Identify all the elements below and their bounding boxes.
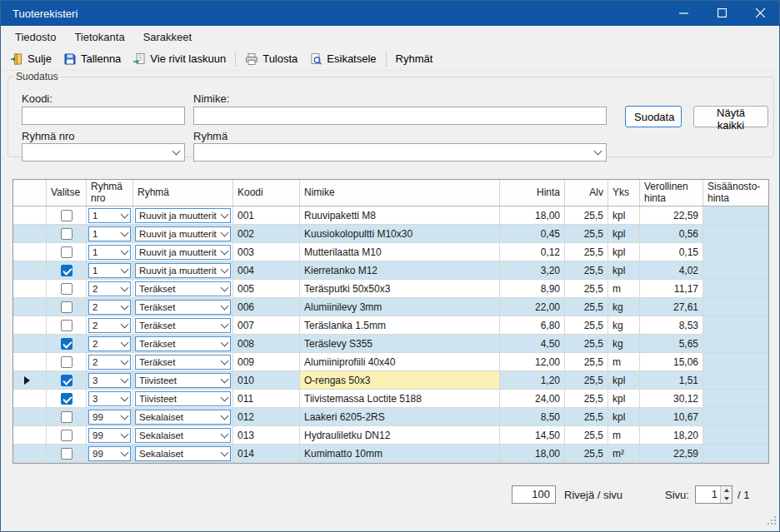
cell-koodi[interactable]: 011 [233,390,300,408]
combo-cell[interactable]: 99 [87,426,133,445]
column-header-ryhma-nro[interactable]: Ryhmä nro [87,180,133,206]
stepper-up-button[interactable] [721,486,732,495]
group-number-select[interactable]: 2 [88,355,131,370]
cell-verollinen-hinta[interactable]: 4,02 [640,261,703,280]
cell-hinta[interactable]: 1,20 [500,371,565,390]
combo-cell[interactable]: Sekalaiset [133,426,233,445]
cell-alv[interactable]: 25,5 [565,335,608,353]
cell-yks[interactable]: m² [608,445,640,463]
cell-koodi[interactable]: 013 [233,426,300,445]
maximize-button[interactable] [702,1,741,26]
cell-yks[interactable]: kpl [608,371,640,390]
row-checkbox[interactable] [61,228,72,240]
group-select[interactable]: Tiivisteet [135,373,231,388]
group-select[interactable]: Teräkset [135,336,231,351]
checkbox-cell[interactable] [47,298,87,316]
group-select[interactable]: Ruuvit ja muutterit [135,245,231,260]
row-selector[interactable] [13,390,47,408]
cell-nimike[interactable]: Ruuvipaketti M8 [300,206,500,225]
cell-sisaanosto-hinta[interactable] [703,426,769,445]
row-checkbox[interactable] [61,448,72,460]
row-checkbox[interactable] [61,246,72,258]
row-checkbox[interactable] [61,301,72,313]
row-selector[interactable] [13,261,47,280]
cell-yks[interactable]: kg [608,298,640,316]
row-checkbox[interactable] [61,356,72,368]
row-selector[interactable] [13,408,47,426]
cell-nimike[interactable]: Teräslanka 1.5mm [300,316,500,335]
combo-cell[interactable]: 2 [87,316,133,335]
cell-sisaanosto-hinta[interactable] [703,298,769,316]
checkbox-cell[interactable] [47,225,87,243]
combo-cell[interactable]: 3 [87,371,133,390]
cell-koodi[interactable]: 002 [233,225,300,243]
group-number-select[interactable]: 1 [88,263,131,278]
cell-hinta[interactable]: 8,90 [500,280,565,298]
cell-alv[interactable]: 25,5 [565,426,608,445]
cell-yks[interactable]: kpl [608,390,640,408]
cell-sisaanosto-hinta[interactable] [703,353,769,371]
checkbox-cell[interactable] [47,353,87,371]
cell-verollinen-hinta[interactable]: 0,56 [640,225,703,243]
combo-cell[interactable]: Ruuvit ja muutterit [133,206,233,225]
cell-verollinen-hinta[interactable]: 22,59 [640,445,703,463]
combo-cell[interactable]: Tiivisteet [133,371,233,390]
group-number-select[interactable]: 99 [88,410,131,425]
close-app-button[interactable]: Sulje [4,50,58,68]
row-checkbox[interactable] [61,320,72,331]
cell-hinta[interactable]: 4,50 [500,335,565,353]
combo-cell[interactable]: Ruuvit ja muutterit [133,261,233,280]
combo-cell[interactable]: Teräkset [133,335,233,353]
group-select[interactable]: Teräkset [135,355,231,370]
row-checkbox[interactable] [61,393,72,405]
group-number-select[interactable]: 99 [88,428,131,443]
row-checkbox[interactable] [61,338,72,350]
groups-button[interactable]: Ryhmät [390,50,439,67]
cell-sisaanosto-hinta[interactable] [703,243,769,261]
row-selector[interactable] [13,371,47,390]
group-select[interactable]: Sekalaiset [135,410,231,425]
group-number-select[interactable]: 1 [88,226,131,241]
cell-yks[interactable]: kpl [608,261,640,280]
combo-cell[interactable]: 1 [87,206,133,225]
group-number-select[interactable]: 1 [88,245,131,260]
page-number-value[interactable]: 1 [696,486,720,503]
group-number-select[interactable]: 3 [88,373,131,388]
cell-yks[interactable]: kpl [608,408,640,426]
cell-hinta[interactable]: 8,50 [500,408,565,426]
cell-hinta[interactable]: 3,20 [500,261,565,280]
save-button[interactable]: Tallenna [58,50,127,68]
cell-koodi[interactable]: 004 [233,261,300,280]
checkbox-cell[interactable] [47,206,87,225]
cell-hinta[interactable]: 0,12 [500,243,565,261]
cell-koodi[interactable]: 001 [233,206,300,225]
suodata-button[interactable]: Suodata [625,106,682,127]
cell-nimike[interactable]: Alumiiniprofiili 40x40 [300,353,500,371]
column-header-ryhma[interactable]: Ryhmä [133,180,233,206]
combo-cell[interactable]: Sekalaiset [133,408,233,426]
group-number-select[interactable]: 3 [88,391,131,406]
ryhma-select[interactable] [193,143,607,162]
combo-cell[interactable]: 2 [87,280,133,298]
title-bar[interactable]: Tuoterekisteri [1,1,779,26]
cell-hinta[interactable]: 18,00 [500,206,565,225]
cell-sisaanosto-hinta[interactable] [703,335,769,353]
cell-alv[interactable]: 25,5 [565,353,608,371]
cell-verollinen-hinta[interactable]: 1,51 [640,371,703,390]
cell-sisaanosto-hinta[interactable] [703,390,769,408]
cell-verollinen-hinta[interactable]: 30,12 [640,390,703,408]
combo-cell[interactable]: 3 [87,390,133,408]
combo-cell[interactable]: Teräkset [133,298,233,316]
cell-koodi[interactable]: 008 [233,335,300,353]
cell-nimike[interactable]: Kumimatto 10mm [300,445,500,463]
cell-hinta[interactable]: 0,45 [500,225,565,243]
row-checkbox[interactable] [61,430,72,441]
cell-alv[interactable]: 25,5 [565,298,608,316]
menu-tiedosto[interactable]: Tiedosto [6,26,65,47]
cell-nimike[interactable]: Alumiinilevy 3mm [300,298,500,316]
checkbox-cell[interactable] [47,426,87,445]
group-number-select[interactable]: 2 [88,336,131,351]
row-selector[interactable] [13,225,47,243]
cell-sisaanosto-hinta[interactable] [703,408,769,426]
group-select[interactable]: Ruuvit ja muutterit [135,208,231,223]
